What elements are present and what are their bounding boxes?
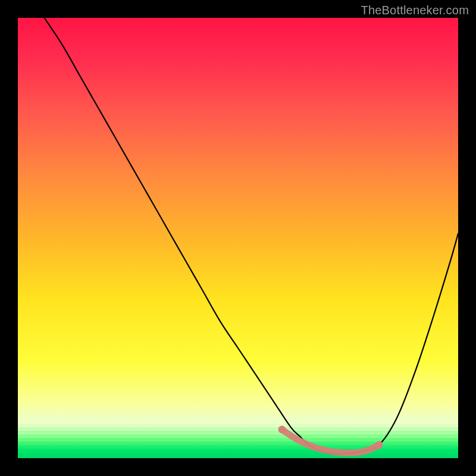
highlight-dot-right (375, 441, 383, 449)
highlight-dot-left (278, 425, 286, 433)
chart-root: TheBottleneker.com (0, 0, 476, 476)
bottleneck-curve-path (44, 18, 458, 454)
plot-area (18, 18, 458, 458)
watermark-text: TheBottleneker.com (361, 4, 469, 17)
curve-svg (18, 18, 458, 458)
